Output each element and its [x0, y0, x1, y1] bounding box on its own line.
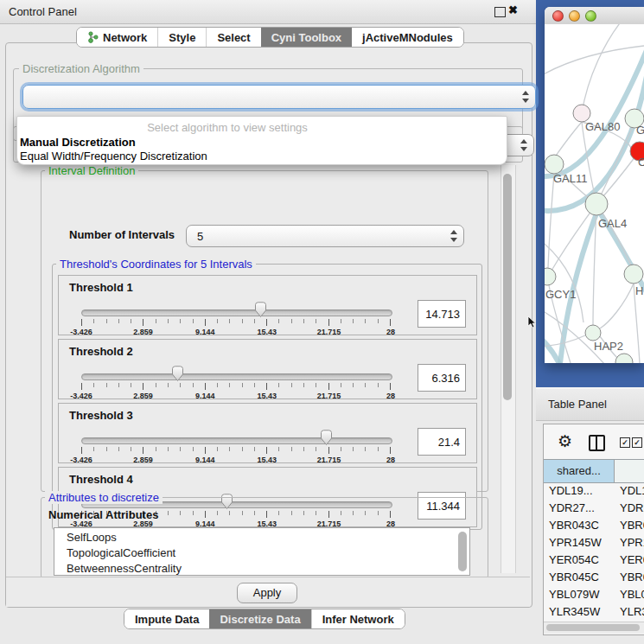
tab-discretize-data[interactable]: Discretize Data [209, 609, 310, 628]
slider-major-ticks [81, 319, 392, 326]
threshold-slider[interactable]: -3.426 2.859 9.144 15.43 21.715 28 [81, 307, 391, 333]
table-row[interactable]: YER054CYER0 [544, 552, 644, 569]
threshold-slider[interactable]: -3.426 2.859 9.144 15.43 21.715 28 [81, 371, 391, 397]
table-hscrollbar[interactable] [544, 622, 644, 634]
node-hap2[interactable] [585, 325, 601, 341]
tab-style[interactable]: Style [157, 28, 206, 47]
slider-track[interactable] [81, 373, 392, 380]
cell-name: YLR3 [620, 605, 644, 618]
threshold-value-field[interactable]: 14.713 [418, 300, 466, 328]
dropdown-option-manual[interactable]: Manual Discretization [20, 136, 136, 149]
apply-button[interactable]: Apply [237, 583, 297, 603]
list-scrollbar-thumb[interactable] [458, 532, 467, 571]
zoom-traffic-light-icon[interactable] [585, 10, 596, 22]
num-intervals-combobox[interactable]: 5 [186, 225, 464, 247]
node-gal4[interactable] [585, 193, 608, 215]
attributes-listbox[interactable]: SelfLoopsTopologicalCoefficientBetweenne… [54, 527, 470, 576]
network-icon [87, 31, 99, 43]
settings-scrollbar[interactable] [501, 165, 516, 573]
table-row[interactable]: YLR345WYLR3 [544, 603, 644, 621]
node-partial-h[interactable] [624, 265, 643, 284]
tick-label: 15.43 [258, 392, 277, 400]
tab-label: Cyni Toolbox [271, 31, 341, 44]
slider-track[interactable] [81, 309, 392, 316]
cyni-toolbox-panel: Discretization Algorithm Table Data galF… [5, 42, 532, 608]
table-row[interactable]: YBR043CYBR0 [544, 517, 644, 534]
slider-thumb[interactable] [254, 302, 267, 318]
apply-strip: Apply [6, 577, 530, 607]
algorithm-dropdown-popup: Select algorithm to view settings Manual… [16, 116, 507, 165]
attribute-item[interactable]: TopologicalCoefficient [67, 546, 175, 559]
table-row[interactable]: YDR27...YDR2 [544, 500, 644, 517]
node-gal80[interactable] [573, 105, 590, 122]
tick-label: 9.144 [195, 456, 215, 464]
tick-label: 28 [386, 392, 395, 400]
node-label-partial-c: C [638, 156, 644, 169]
interval-definition-group: Interval Definition Number of Intervals … [41, 170, 488, 492]
dropdown-option-equal-width[interactable]: Equal Width/Frequency Discretization [20, 150, 207, 163]
tick-label: 9.144 [195, 392, 215, 400]
threshold-label: Threshold 2 [69, 345, 133, 358]
threshold-slider[interactable]: -3.426 2.859 9.144 15.43 21.715 28 [81, 435, 391, 461]
hscrollbar-thumb[interactable] [546, 624, 640, 631]
cell-name: YER0 [620, 553, 644, 566]
scrollbar-thumb[interactable] [503, 174, 512, 400]
tick-label: 28 [386, 456, 395, 464]
float-panel-icon[interactable] [494, 7, 506, 17]
column-header-name[interactable]: n [615, 460, 644, 482]
thresholds-group: Threshold's Coordinates for 5 Intervals … [52, 264, 482, 530]
cell-shared-name: YER054C [549, 553, 599, 566]
slider-thumb[interactable] [320, 430, 333, 446]
tab-infer-network[interactable]: Infer Network [311, 609, 405, 628]
tab-impute-data[interactable]: Impute Data [124, 609, 209, 628]
tab-network[interactable]: Network [77, 28, 157, 47]
threshold-value-field[interactable]: 21.4 [418, 428, 466, 456]
table-row[interactable]: YDL19...YDL1 [544, 482, 644, 500]
mouse-cursor [527, 316, 538, 329]
tab-cyni-toolbox[interactable]: Cyni Toolbox [261, 28, 352, 47]
node-table: ⚙ ✓ ✓ shared... n YDL19...YDL1YDR27...YD… [543, 424, 644, 635]
panel-title: Control Panel [9, 5, 77, 18]
node-gcy1[interactable] [545, 268, 556, 285]
checkbox-icon[interactable]: ✓ [632, 437, 642, 448]
table-row[interactable]: YBR045CYBR0 [544, 569, 644, 586]
threshold-value-field[interactable]: 6.316 [418, 364, 466, 392]
thresholds-group-title: Threshold's Coordinates for 5 Intervals [56, 258, 256, 271]
tab-select[interactable]: Select [206, 28, 260, 47]
close-panel-icon[interactable]: ✖ [508, 3, 518, 16]
node-gal11[interactable] [545, 155, 564, 174]
close-traffic-light-icon[interactable] [552, 10, 564, 22]
tab-label: Select [217, 31, 250, 44]
gear-icon[interactable]: ⚙ [558, 431, 572, 451]
num-intervals-value: 5 [197, 230, 203, 243]
cell-name: YDL1 [620, 484, 644, 497]
interval-definition-title: Interval Definition [45, 164, 138, 177]
network-window-frame: GAL80 GAL11 GAL4 GCY1 HAP2 G C H [536, 0, 644, 387]
checkbox-icon[interactable]: ✓ [620, 437, 630, 448]
network-canvas[interactable]: GAL80 GAL11 GAL4 GCY1 HAP2 G C H [545, 24, 644, 363]
tab-jactivemnodules[interactable]: jActiveMNodules [352, 28, 463, 47]
attribute-item[interactable]: SelfLoops [67, 531, 117, 544]
cell-shared-name: YPR145W [549, 536, 602, 549]
table-row[interactable]: YBL079WYBL0 [544, 586, 644, 603]
cell-name: YPR1 [620, 536, 644, 549]
slider-thumb[interactable] [171, 366, 184, 382]
cell-shared-name: YDR27... [549, 501, 595, 514]
tick-label: 28 [386, 328, 395, 336]
minimize-traffic-light-icon[interactable] [569, 10, 580, 22]
table-row[interactable]: YPR145WYPR1 [544, 534, 644, 552]
tick-label: 21.715 [317, 328, 341, 336]
node-label-gal80: GAL80 [585, 120, 620, 133]
column-header-shared[interactable]: shared... [544, 460, 615, 482]
network-window-titlebar [545, 7, 644, 25]
node-bottom-partial[interactable] [615, 354, 633, 363]
combo-stepper-icon [450, 230, 457, 242]
split-view-icon[interactable] [589, 435, 605, 451]
tick-label: 9.144 [195, 328, 215, 336]
tab-label: Discretize Data [220, 613, 300, 626]
algorithm-combobox[interactable] [22, 85, 536, 109]
tab-label: Impute Data [135, 613, 199, 626]
table-panel-title: Table Panel [548, 398, 607, 411]
slider-track[interactable] [81, 437, 392, 444]
attribute-item[interactable]: BetweennessCentrality [67, 562, 182, 575]
